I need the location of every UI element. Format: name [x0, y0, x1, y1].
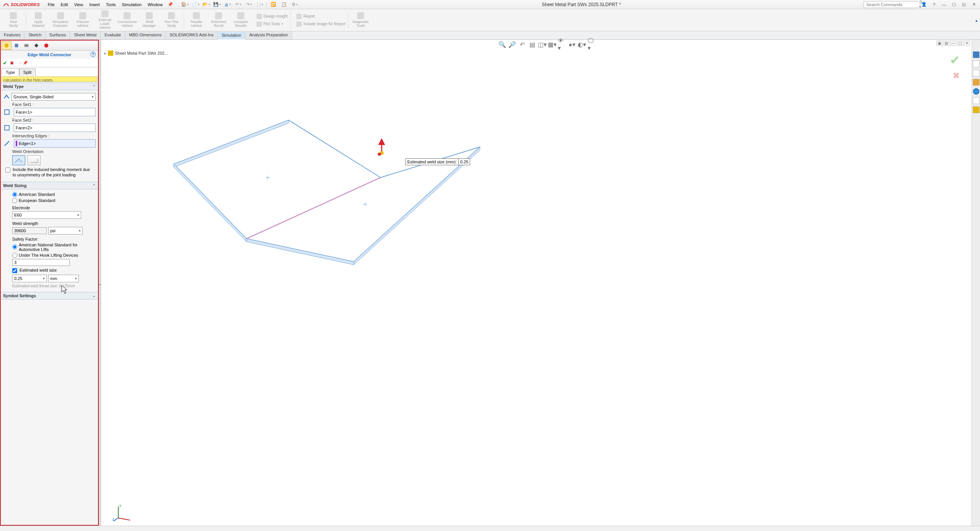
- taskpane-home-icon[interactable]: [973, 51, 980, 58]
- select-button[interactable]: ⬚: [256, 1, 264, 8]
- menu-edit[interactable]: Edit: [58, 2, 71, 8]
- tab-mbd[interactable]: MBD Dimensions: [125, 31, 166, 39]
- estimated-weld-size-checkbox[interactable]: [12, 268, 17, 273]
- weld-strength-unit-dropdown[interactable]: psi: [48, 227, 83, 235]
- ribbon-new-study[interactable]: NewStudy: [2, 10, 24, 30]
- panel-tab-configuration[interactable]: [21, 41, 31, 50]
- save-button[interactable]: 💾: [213, 1, 221, 8]
- window-maximize[interactable]: ◱: [961, 2, 967, 8]
- new-doc-button[interactable]: 📄: [191, 1, 200, 8]
- panel-ok-button[interactable]: ✔: [3, 60, 7, 66]
- ribbon-connections-advisor[interactable]: ConnectionsAdvisor: [116, 10, 138, 30]
- undo-button[interactable]: ↶: [234, 1, 243, 8]
- viewport-confirm-check-icon[interactable]: ✔: [950, 53, 960, 67]
- viewport-cancel-x-icon[interactable]: ✖: [952, 70, 960, 81]
- options-button[interactable]: 📋: [280, 1, 288, 8]
- ribbon-external-loads[interactable]: External LoadsAdvisor: [94, 10, 116, 30]
- panel-cancel-button[interactable]: ✖: [10, 60, 14, 66]
- estimated-size-unit-dropdown[interactable]: mm: [48, 275, 79, 282]
- safety-hook-radio[interactable]: [12, 253, 17, 258]
- user-account-icon[interactable]: 👤: [921, 2, 927, 8]
- ribbon-report[interactable]: Report: [295, 13, 347, 20]
- ribbon-run-study[interactable]: Run ThisStudy: [160, 10, 183, 30]
- vp-hide-show-icon[interactable]: 👁▾: [558, 41, 566, 48]
- panel-tab-dimxpert[interactable]: [31, 41, 41, 50]
- menu-file[interactable]: File: [45, 2, 57, 8]
- orientation-single-button[interactable]: [28, 155, 41, 165]
- vp-display-style-icon[interactable]: ▦▾: [548, 41, 556, 48]
- vp-view-orientation-icon[interactable]: ◫▾: [538, 41, 546, 48]
- panel-help-icon[interactable]: ?: [90, 52, 96, 57]
- open-doc-button[interactable]: 📂: [202, 1, 211, 8]
- pin-menu-icon[interactable]: 📌: [168, 2, 173, 7]
- menu-simulation[interactable]: Simulation: [119, 2, 144, 8]
- american-standard-radio[interactable]: [12, 192, 17, 197]
- ribbon-shell-manager[interactable]: ShellManager: [138, 10, 160, 30]
- intersecting-edges-selection[interactable]: Edge<1>: [14, 139, 96, 148]
- face-set1-selection[interactable]: Face<1>: [14, 108, 96, 116]
- vp-zoom-area-icon[interactable]: 🔎: [508, 41, 516, 48]
- section-weld-type[interactable]: Weld Type⌃: [1, 83, 98, 90]
- help-icon[interactable]: ?: [931, 2, 937, 8]
- ribbon-simulation-evaluator[interactable]: SimulationEvaluator: [49, 10, 72, 30]
- viewport-min-icon[interactable]: —: [950, 41, 956, 46]
- face-set2-selection[interactable]: Face<2>: [14, 124, 96, 132]
- electrode-dropdown[interactable]: E60: [12, 211, 81, 219]
- ribbon-deformed-result[interactable]: DeformedResult: [207, 10, 230, 30]
- weld-size-callout[interactable]: Estimated weld size (mm): 0.25: [405, 158, 470, 165]
- search-commands[interactable]: 🔍▾: [864, 1, 917, 8]
- ribbon-compare-results[interactable]: CompareResults: [230, 10, 252, 30]
- ribbon-diagnostic-tools[interactable]: DiagnosticTools: [350, 10, 372, 30]
- callout-value[interactable]: 0.25: [459, 159, 470, 165]
- tab-simulation[interactable]: Simulation: [218, 32, 245, 40]
- subtab-split[interactable]: Split: [19, 68, 36, 76]
- taskpane-view-palette-icon[interactable]: [973, 79, 980, 86]
- viewport-close-icon[interactable]: ✕: [964, 41, 970, 46]
- estimated-size-input[interactable]: 0.25: [12, 275, 47, 282]
- home-button[interactable]: 🏠: [181, 1, 189, 8]
- ribbon-design-insight[interactable]: Design Insight: [255, 13, 289, 20]
- viewport-layout2-icon[interactable]: ▤: [943, 41, 949, 46]
- taskpane-resources-icon[interactable]: [973, 60, 980, 67]
- breadcrumb-text[interactable]: Sheet Metal Part SWx 202...: [115, 51, 168, 55]
- redo-button[interactable]: ↷: [245, 1, 253, 8]
- taskpane-library-icon[interactable]: [973, 70, 980, 77]
- tab-sketch[interactable]: Sketch: [24, 31, 46, 39]
- vp-scene-icon[interactable]: ◐▾: [578, 41, 586, 48]
- european-standard-radio[interactable]: [12, 198, 17, 203]
- subtab-type[interactable]: Type: [2, 68, 19, 76]
- tab-addins[interactable]: SOLIDWORKS Add-Ins: [166, 31, 218, 39]
- include-bending-checkbox[interactable]: [5, 168, 10, 173]
- vp-zoom-fit-icon[interactable]: 🔍: [498, 41, 506, 48]
- viewport-max-icon[interactable]: ▢: [957, 41, 963, 46]
- safety-ansi-radio[interactable]: [12, 244, 17, 249]
- taskpane-custom-props-icon[interactable]: [973, 97, 980, 104]
- menu-insert[interactable]: Insert: [87, 2, 103, 8]
- ribbon-apply-material[interactable]: ApplyMaterial: [27, 10, 49, 30]
- graphics-viewport[interactable]: 🔍 🔎 ↶ ▤ ◫▾ ▦▾ 👁▾ ●▾ ◐▾ 🖵▾ ▣ ▤ — ▢ ✕ ▸ Sh…: [101, 40, 972, 526]
- menu-view[interactable]: View: [71, 2, 86, 8]
- ribbon-collapse-icon[interactable]: ▴: [975, 18, 978, 23]
- window-close[interactable]: ✕: [971, 2, 977, 8]
- panel-tab-feature-manager[interactable]: [2, 41, 11, 50]
- settings-button[interactable]: ⚙: [291, 1, 299, 8]
- tab-surfaces[interactable]: Surfaces: [46, 31, 70, 39]
- window-minimize[interactable]: —: [941, 2, 947, 8]
- ribbon-include-image[interactable]: Include Image for Report: [295, 21, 347, 28]
- taskpane-appearances-icon[interactable]: [973, 88, 980, 95]
- orientation-both-button[interactable]: [12, 155, 25, 165]
- view-triad-icon[interactable]: y x z: [113, 503, 132, 522]
- panel-tab-property-manager[interactable]: [11, 41, 21, 50]
- panel-pushpin-icon[interactable]: →📌: [18, 60, 28, 65]
- viewport-layout1-icon[interactable]: ▣: [936, 41, 942, 46]
- vp-viewport-settings-icon[interactable]: 🖵▾: [588, 41, 596, 48]
- weld-seam-edge[interactable]: [247, 178, 381, 239]
- print-button[interactable]: 🖨: [224, 1, 232, 8]
- section-weld-sizing[interactable]: Weld Sizing⌃: [1, 182, 98, 189]
- safety-factor-input[interactable]: [12, 259, 70, 266]
- panel-tab-display[interactable]: [41, 41, 51, 50]
- ribbon-fixtures-advisor[interactable]: FixturesAdvisor: [72, 10, 94, 30]
- tab-analysis-prep[interactable]: Analysis Preparation: [245, 31, 292, 39]
- ribbon-plot-tools[interactable]: Plot Tools▾: [255, 21, 289, 28]
- vp-prev-view-icon[interactable]: ↶: [518, 41, 526, 48]
